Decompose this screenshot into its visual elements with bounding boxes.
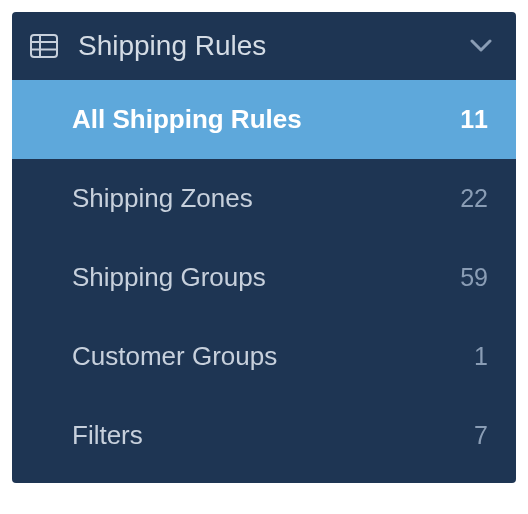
- sidebar-item-filters[interactable]: Filters 7: [12, 396, 516, 475]
- svg-rect-0: [31, 35, 57, 57]
- sidebar-item-label: Filters: [72, 420, 474, 451]
- panel-title: Shipping Rules: [78, 30, 470, 62]
- table-icon: [30, 34, 58, 58]
- chevron-down-icon: [470, 39, 492, 53]
- sidebar-item-count: 1: [474, 342, 488, 371]
- sidebar-item-count: 7: [474, 421, 488, 450]
- sidebar-item-count: 11: [460, 105, 488, 134]
- sidebar-item-label: Shipping Groups: [72, 262, 460, 293]
- sidebar-item-customer-groups[interactable]: Customer Groups 1: [12, 317, 516, 396]
- panel-header[interactable]: Shipping Rules: [12, 12, 516, 80]
- sidebar-item-count: 59: [460, 263, 488, 292]
- shipping-rules-panel: Shipping Rules All Shipping Rules 11 Shi…: [12, 12, 516, 483]
- sidebar-item-label: All Shipping Rules: [72, 104, 460, 135]
- sidebar-item-shipping-zones[interactable]: Shipping Zones 22: [12, 159, 516, 238]
- sidebar-item-all-shipping-rules[interactable]: All Shipping Rules 11: [12, 80, 516, 159]
- sidebar-item-label: Shipping Zones: [72, 183, 460, 214]
- panel-items: All Shipping Rules 11 Shipping Zones 22 …: [12, 80, 516, 483]
- sidebar-item-label: Customer Groups: [72, 341, 474, 372]
- sidebar-item-shipping-groups[interactable]: Shipping Groups 59: [12, 238, 516, 317]
- sidebar-item-count: 22: [460, 184, 488, 213]
